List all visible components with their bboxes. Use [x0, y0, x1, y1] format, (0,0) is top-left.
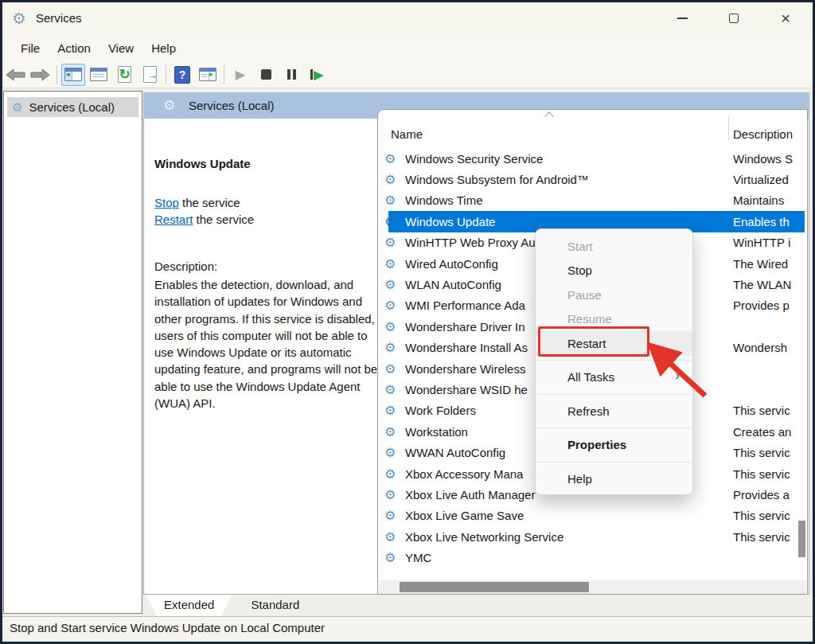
column-divider[interactable] — [728, 116, 729, 140]
vertical-scrollbar-thumb[interactable] — [798, 521, 805, 557]
menu-item-stop[interactable]: Stop — [536, 259, 692, 283]
service-gear-icon: ⚙ — [384, 151, 400, 166]
show-action-pane-button[interactable] — [196, 64, 220, 86]
menu-item-label: Help — [567, 472, 592, 486]
forward-arrow-icon — [30, 68, 51, 82]
service-gear-icon: ⚙ — [384, 424, 400, 439]
service-description-cell: This servic — [733, 509, 803, 522]
back-arrow-icon — [5, 68, 25, 82]
table-row[interactable]: ⚙Xbox Live Networking ServiceThis servic — [378, 526, 807, 547]
pause-service-button[interactable] — [279, 64, 303, 86]
table-row[interactable]: ⚙Windows Subsystem for Android™Virtualiz… — [378, 169, 807, 189]
service-gear-icon: ⚙ — [384, 277, 400, 292]
service-description-cell: The WLAN — [733, 278, 803, 291]
forward-button[interactable] — [29, 64, 53, 86]
service-gear-icon: ⚙ — [384, 193, 400, 208]
service-description-cell: This servic — [733, 404, 803, 417]
close-icon: × — [781, 10, 790, 26]
service-description-cell: Wondersh — [733, 341, 803, 354]
menu-item-label: Properties — [567, 438, 626, 451]
toolbar-separator — [57, 65, 57, 84]
restart-service-button[interactable]: ▶ — [305, 64, 329, 86]
table-row[interactable]: ⚙Windows Security ServiceWindows S — [378, 148, 807, 169]
sidebar-item-services-local[interactable]: ⚙ Services (Local) — [7, 97, 138, 117]
service-gear-icon: ⚙ — [384, 319, 400, 334]
refresh-icon: ↻ — [118, 66, 131, 83]
annotation-highlight-box — [538, 326, 649, 357]
service-description-cell: WinHTTP i — [733, 236, 803, 249]
menu-view[interactable]: View — [99, 38, 142, 58]
service-gear-icon: ⚙ — [384, 361, 400, 377]
toolbar: ↻ → ? ▶ ▶ — [2, 61, 813, 88]
selected-service-title: Windows Update — [154, 157, 251, 170]
back-button[interactable] — [3, 64, 27, 86]
menu-item-properties[interactable]: Properties — [536, 433, 692, 458]
properties-toolbar-button[interactable] — [87, 64, 111, 86]
sort-ascending-icon[interactable] — [545, 111, 553, 119]
service-gear-icon: ⚙ — [384, 298, 400, 313]
table-row[interactable]: ⚙Windows TimeMaintains — [378, 190, 807, 211]
maximize-button[interactable] — [716, 2, 752, 34]
service-description-cell: Provides p — [733, 299, 803, 312]
service-name-cell: Windows Subsystem for Android™ — [405, 173, 589, 186]
help-toolbar-button[interactable]: ? — [170, 64, 194, 86]
stop-service-link[interactable]: Stop — [154, 196, 179, 209]
menu-file[interactable]: File — [12, 38, 49, 58]
start-service-button[interactable]: ▶ — [228, 64, 252, 86]
menu-item-label: Pause — [567, 288, 602, 302]
properties-icon — [90, 68, 107, 81]
stop-service-rest: the service — [179, 196, 240, 209]
column-header-name[interactable]: Name — [391, 127, 423, 141]
services-gear-icon: ⚙ — [12, 100, 22, 115]
service-gear-icon: ⚙ — [384, 214, 400, 229]
view-tabs: Extended Standard — [146, 595, 318, 616]
service-gear-icon: ⚙ — [384, 340, 400, 355]
service-gear-icon: ⚙ — [384, 508, 400, 523]
service-name-cell: WLAN AutoConfig — [405, 278, 501, 291]
horizontal-scrollbar-thumb[interactable] — [400, 582, 589, 592]
table-row[interactable]: ⚙YMC — [378, 547, 807, 568]
menu-help[interactable]: Help — [142, 38, 185, 58]
service-gear-icon: ⚙ — [384, 382, 400, 397]
service-name-cell: YMC — [405, 551, 431, 564]
annotation-arrow — [635, 335, 719, 405]
toolbar-separator — [166, 65, 166, 84]
service-name-cell: Xbox Live Auth Manager — [405, 488, 535, 502]
restart-service-line: Restart the service — [154, 211, 254, 228]
minimize-button[interactable] — [664, 2, 700, 34]
restart-service-link[interactable]: Restart — [154, 213, 193, 226]
service-gear-icon: ⚙ — [384, 235, 400, 250]
tab-extended[interactable]: Extended — [146, 595, 232, 616]
band-title: Services (Local) — [189, 92, 275, 119]
service-gear-icon: ⚙ — [384, 256, 400, 271]
service-name-cell: WinHTTP Web Proxy Au — [405, 236, 536, 249]
service-gear-icon: ⚙ — [384, 487, 400, 502]
close-button[interactable]: × — [767, 2, 804, 34]
menu-item-start: Start — [536, 234, 692, 259]
horizontal-scrollbar[interactable] — [379, 580, 806, 594]
show-console-tree-button[interactable] — [61, 64, 85, 86]
service-gear-icon: ⚙ — [384, 529, 400, 544]
menu-separator — [536, 423, 692, 433]
service-description-cell: Provides a — [733, 488, 803, 502]
service-name-cell: Workstation — [405, 425, 468, 439]
menu-action[interactable]: Action — [49, 38, 99, 58]
column-header-description[interactable]: Description — [733, 127, 805, 141]
tab-standard[interactable]: Standard — [233, 595, 317, 616]
service-name-cell: Wondershare Install As — [405, 341, 528, 354]
service-description-cell: Creates an — [733, 425, 803, 439]
toolbar-separator — [224, 65, 224, 84]
service-description-cell: This servic — [733, 446, 803, 459]
services-window: ⚙ Services × FileActionViewHelp ↻ → ? — [0, 0, 815, 644]
title-bar: ⚙ Services × — [2, 2, 813, 34]
menu-item-help[interactable]: Help — [536, 466, 692, 491]
service-name-cell: Work Folders — [405, 404, 476, 417]
refresh-toolbar-button[interactable]: ↻ — [112, 64, 136, 86]
service-description-cell: Maintains — [733, 193, 803, 207]
table-row[interactable]: ⚙Xbox Live Game SaveThis servic — [378, 505, 807, 526]
service-description-cell: This servic — [733, 467, 803, 481]
export-list-button[interactable]: → — [138, 64, 162, 86]
service-name-cell: WWAN AutoConfig — [405, 446, 505, 459]
stop-service-button[interactable] — [254, 64, 278, 86]
service-description-cell: This servic — [733, 530, 803, 544]
